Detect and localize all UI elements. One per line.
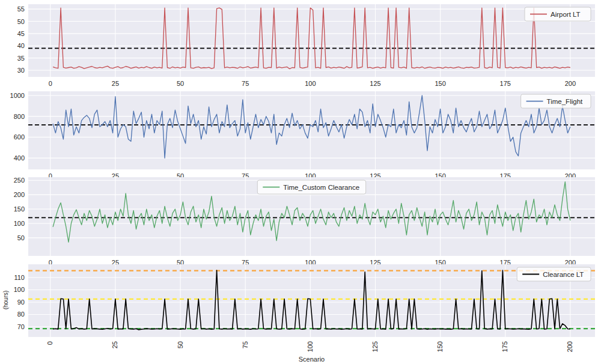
- figure: 3035404550550255075100125150175200Airpor…: [0, 0, 601, 364]
- subplot-airport-lt: 3035404550550255075100125150175200Airpor…: [17, 4, 595, 87]
- y-axis-label-hours: (hours): [2, 279, 9, 321]
- subplot-clearance-lt: 7080901001100255075100125150175200Cleara…: [14, 264, 595, 352]
- svg-text:75: 75: [242, 80, 249, 87]
- svg-text:90: 90: [17, 299, 25, 306]
- y-tick-labels-time-custom-clearance: 50100150200250: [14, 177, 25, 241]
- svg-text:200: 200: [565, 80, 576, 87]
- svg-text:1000: 1000: [10, 92, 25, 99]
- svg-text:35: 35: [17, 55, 25, 62]
- svg-text:75: 75: [242, 341, 249, 348]
- legend-label-time-flight: Time_Flight: [547, 98, 583, 105]
- svg-text:600: 600: [14, 133, 25, 141]
- svg-text:30: 30: [17, 67, 25, 74]
- subplot-time-custom-clearance: 501001502002500255075100125150175200Time…: [14, 177, 595, 266]
- svg-text:55: 55: [17, 5, 25, 13]
- legend-label-clearance-lt: Clearance LT: [543, 271, 584, 278]
- y-tick-labels-time-flight: 4006008001000: [10, 92, 25, 162]
- x-tick-labels-clearance-lt: 0255075100125150175200: [46, 341, 573, 352]
- y-tick-labels-clearance-lt: 708090100110: [14, 274, 25, 330]
- legend-label-time-custom-clearance: Time_Custom Clearance: [283, 184, 359, 191]
- axes-bg-airport-lt: [28, 4, 595, 77]
- svg-text:25: 25: [111, 341, 118, 348]
- legend-label-airport-lt: Airport LT: [551, 11, 581, 18]
- svg-text:70: 70: [17, 323, 25, 330]
- svg-text:125: 125: [370, 80, 380, 87]
- svg-text:50: 50: [177, 341, 184, 348]
- svg-text:125: 125: [371, 341, 379, 352]
- svg-text:400: 400: [14, 154, 25, 162]
- svg-text:50: 50: [177, 80, 184, 87]
- svg-text:110: 110: [14, 274, 25, 281]
- charts-svg: 3035404550550255075100125150175200Airpor…: [0, 0, 601, 364]
- svg-text:40: 40: [17, 42, 25, 49]
- svg-text:175: 175: [500, 80, 511, 87]
- svg-text:25: 25: [112, 80, 119, 87]
- svg-text:100: 100: [14, 286, 25, 293]
- svg-text:150: 150: [435, 80, 445, 87]
- svg-text:200: 200: [566, 341, 573, 352]
- svg-text:45: 45: [17, 30, 25, 37]
- svg-text:0: 0: [49, 80, 52, 87]
- svg-text:50: 50: [17, 234, 25, 241]
- svg-text:250: 250: [14, 177, 25, 184]
- y-tick-labels-airport-lt: 303540455055: [17, 5, 25, 74]
- svg-text:800: 800: [14, 113, 25, 120]
- svg-text:100: 100: [14, 220, 25, 227]
- svg-text:150: 150: [14, 205, 25, 213]
- svg-text:100: 100: [307, 341, 314, 352]
- svg-text:80: 80: [17, 311, 25, 318]
- legend-clearance-lt: Clearance LT: [517, 267, 591, 281]
- svg-text:100: 100: [305, 80, 316, 87]
- x-tick-labels-airport-lt: 0255075100125150175200: [49, 80, 576, 87]
- svg-text:0: 0: [46, 341, 53, 345]
- svg-text:175: 175: [501, 341, 508, 352]
- svg-text:150: 150: [436, 341, 444, 352]
- legend-airport-lt: Airport LT: [525, 7, 591, 21]
- svg-text:200: 200: [14, 191, 25, 198]
- subplot-time-flight: 40060080010000255075100125150175200Time_…: [10, 91, 595, 180]
- svg-text:50: 50: [17, 18, 25, 25]
- legend-time-custom-clearance: Time_Custom Clearance: [257, 180, 365, 194]
- legend-time-flight: Time_Flight: [521, 94, 591, 108]
- x-axis-label-scenario: Scenario: [0, 356, 601, 363]
